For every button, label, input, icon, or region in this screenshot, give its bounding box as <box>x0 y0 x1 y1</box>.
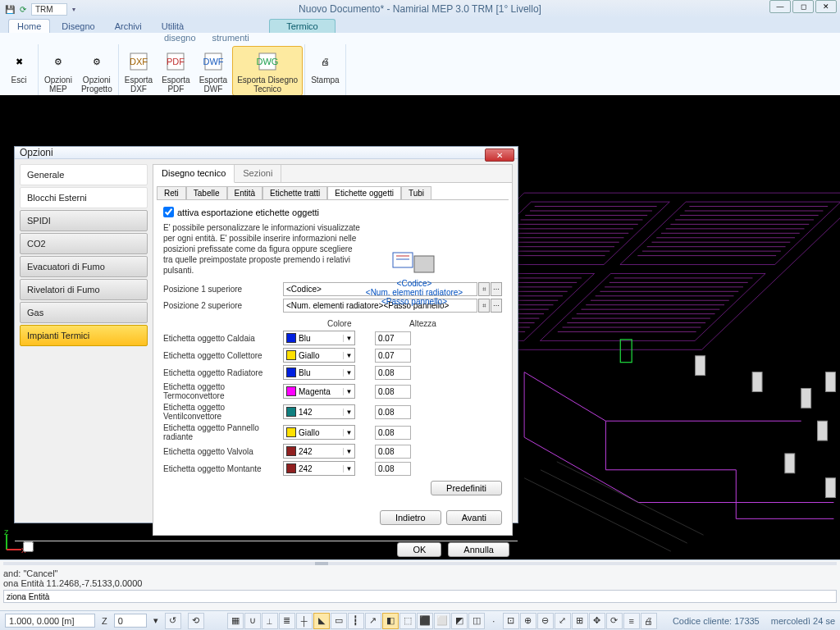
btn-annulla[interactable]: Annulla <box>448 542 509 557</box>
color-select-2[interactable]: Blu▼ <box>283 365 355 380</box>
btn-export-dxf[interactable]: DXFEsportaDXF <box>121 46 157 96</box>
nav-spidi[interactable]: SPIDI <box>20 210 148 231</box>
color-select-3[interactable]: Magenta▼ <box>283 384 355 399</box>
height-input-7[interactable] <box>375 462 411 476</box>
nav-evacuatori[interactable]: Evacuatori di Fumo <box>20 256 148 277</box>
btn-ok[interactable]: OK <box>397 542 441 557</box>
sb-angle[interactable]: ◣ <box>313 613 330 629</box>
chk-attiva-export[interactable] <box>163 207 174 217</box>
maintab-disegno-tecnico[interactable]: Disegno tecnico <box>153 165 235 183</box>
height-input-5[interactable] <box>375 426 411 440</box>
sb-measure[interactable]: ≡ <box>623 613 640 629</box>
sb-ortho[interactable]: ┼ <box>296 613 313 629</box>
subtab-etichette-oggetti[interactable]: Etichette oggetti <box>327 186 401 199</box>
color-select-4[interactable]: 142▼ <box>283 404 355 419</box>
btn-pos2-b[interactable]: ⋯ <box>491 299 502 313</box>
sub-disegno[interactable]: disegno <box>164 33 196 44</box>
btn-indietro[interactable]: Indietro <box>380 510 441 525</box>
color-select-7[interactable]: 242▼ <box>283 461 355 476</box>
dialog-close-button[interactable]: ✕ <box>485 148 514 162</box>
color-select-0[interactable]: Blu▼ <box>283 331 355 345</box>
link-line2[interactable]: <Num. elementi radiatore><Passo pannello… <box>353 288 476 306</box>
sb-magnet[interactable]: ∪ <box>244 613 261 629</box>
subtab-etichette-tratti[interactable]: Etichette tratti <box>262 186 327 199</box>
height-input-3[interactable] <box>375 385 411 399</box>
sb-zoomin[interactable]: ⊕ <box>520 613 536 629</box>
btn-pos1-b[interactable]: ⋯ <box>491 282 502 296</box>
link-codice[interactable]: <Codice> <box>353 279 476 288</box>
z-dropdown-icon[interactable]: ▾ <box>153 615 158 626</box>
sb-zoomall[interactable]: ⊞ <box>572 613 588 629</box>
qat-app-icon[interactable]: ⟳ <box>20 5 26 14</box>
color-select-5[interactable]: Giallo▼ <box>283 425 355 440</box>
nav-blocchi[interactable]: Blocchi Esterni <box>20 187 148 208</box>
sb-box[interactable]: ▭ <box>331 613 347 629</box>
sb-icon-2[interactable]: ⟲ <box>188 613 204 629</box>
sb-zoomfit[interactable]: ⤢ <box>555 613 571 629</box>
qat-trm[interactable]: TRM <box>31 3 67 16</box>
btn-export-pdf[interactable]: PDFEsportaPDF <box>158 46 194 96</box>
subtab-tabelle[interactable]: Tabelle <box>186 186 227 199</box>
tab-termico[interactable]: Termico <box>269 19 336 33</box>
subtab-tubi[interactable]: Tubi <box>401 186 431 199</box>
qat-save-icon[interactable]: 💾 <box>5 5 15 14</box>
tab-utilita[interactable]: Utilità <box>153 20 193 33</box>
sb-layers[interactable]: ≣ <box>279 613 295 629</box>
sb-pan[interactable]: ✥ <box>589 613 605 629</box>
sb-dash[interactable]: ┇ <box>348 613 364 629</box>
height-input-1[interactable] <box>375 349 411 363</box>
command-input[interactable] <box>3 590 837 603</box>
sb-grid[interactable]: ▦ <box>227 613 244 629</box>
sb-rotate[interactable]: ⟳ <box>606 613 623 629</box>
sb-3d4[interactable]: ◩ <box>451 613 468 629</box>
sb-view[interactable]: ◫ <box>468 613 485 629</box>
btn-export-dwf[interactable]: DWFEsportaDWF <box>195 46 231 96</box>
tab-home[interactable]: Home <box>8 19 50 33</box>
nav-gas[interactable]: Gas <box>20 302 148 323</box>
maintab-sezioni[interactable]: Sezioni <box>235 165 281 182</box>
btn-export-dwg[interactable]: DWGEsporta DisegnoTecnico <box>232 46 303 96</box>
btn-esci[interactable]: ✖Esci <box>2 46 36 87</box>
chk-imposta-predef[interactable] <box>23 541 34 552</box>
sb-3d3[interactable]: ⬜ <box>434 613 450 629</box>
sb-print[interactable]: 🖨 <box>641 613 657 629</box>
status-z[interactable]: 0 <box>114 614 147 628</box>
tab-disegno[interactable]: Disegno <box>53 20 103 33</box>
hscroll[interactable] <box>3 562 837 565</box>
btn-stampa[interactable]: 🖨Stampa <box>307 46 343 87</box>
color-select-1[interactable]: Giallo▼ <box>283 348 355 363</box>
btn-pos2-a[interactable]: ⌗ <box>478 299 490 313</box>
height-input-6[interactable] <box>375 445 411 459</box>
btn-avanti[interactable]: Avanti <box>446 510 502 525</box>
sb-icon-1[interactable]: ↺ <box>165 613 181 629</box>
qat-dropdown-icon[interactable]: ▾ <box>72 6 75 13</box>
tab-archivi[interactable]: Archivi <box>107 20 150 33</box>
sb-zoomout[interactable]: ⊖ <box>537 613 554 629</box>
sb-arrow[interactable]: ↗ <box>365 613 381 629</box>
sb-3d2[interactable]: ⬛ <box>417 613 433 629</box>
sb-snap[interactable]: ⟂ <box>262 613 278 629</box>
sb-cube[interactable]: ◧ <box>382 613 399 629</box>
nav-rivelatori[interactable]: Rivelatori di Fumo <box>20 279 148 300</box>
sub-strumenti[interactable]: strumenti <box>212 33 249 44</box>
sb-3d1[interactable]: ⬚ <box>399 613 416 629</box>
btn-predefiniti[interactable]: Predefiniti <box>431 481 502 495</box>
btn-pos1-a[interactable]: ⌗ <box>478 282 490 296</box>
nav-co2[interactable]: CO2 <box>20 233 148 254</box>
height-input-4[interactable] <box>375 405 411 419</box>
btn-opzioni-mep[interactable]: ⚙OpzioniMEP <box>40 46 76 96</box>
subtab-reti[interactable]: Reti <box>157 186 186 199</box>
height-input-2[interactable] <box>375 366 411 380</box>
btn-opzioni-progetto[interactable]: ⚙OpzioniProgetto <box>77 46 116 96</box>
dialog-titlebar[interactable]: Opzioni ✕ <box>15 147 518 159</box>
subtab-entita[interactable]: Entità <box>227 186 263 199</box>
close-button[interactable]: ✕ <box>815 0 837 13</box>
maximize-button[interactable]: ◻ <box>792 0 814 13</box>
minimize-button[interactable]: — <box>769 0 791 13</box>
sb-zoomwin[interactable]: ⊡ <box>503 613 519 629</box>
height-input-0[interactable] <box>375 331 411 345</box>
svg-rect-25 <box>393 253 413 267</box>
color-select-6[interactable]: 242▼ <box>283 444 355 459</box>
nav-generale[interactable]: Generale <box>20 164 148 185</box>
nav-impianti-termici[interactable]: Impianti Termici <box>20 325 148 346</box>
